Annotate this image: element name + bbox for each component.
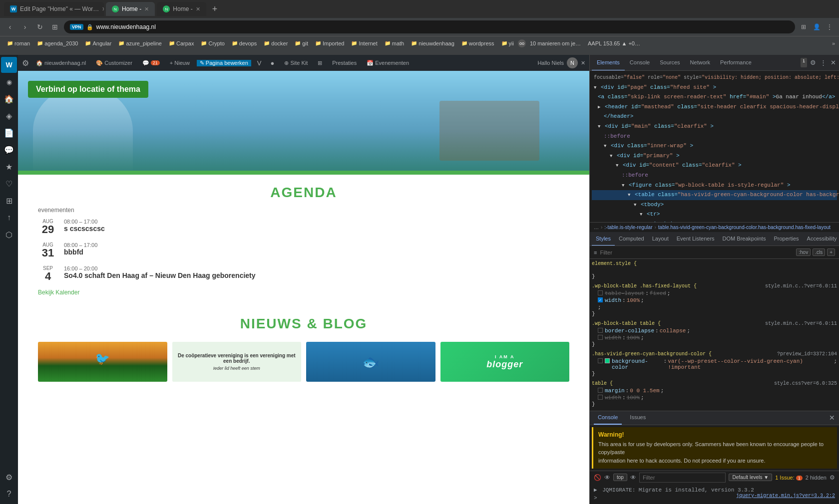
settings-button[interactable]: ⋮ [824, 21, 835, 32]
bm-math[interactable]: 📁math [382, 39, 407, 47]
bm-yii[interactable]: 📁yii [498, 39, 517, 47]
bookmarks-more[interactable]: » [832, 40, 835, 46]
triangle-page[interactable] [594, 84, 596, 90]
checkbox-table-layout[interactable] [598, 290, 603, 295]
wp-admin-comments[interactable]: 💬 21 [139, 60, 163, 66]
devtools-tab-console[interactable]: Console [625, 55, 655, 71]
wp-sidebar-woo[interactable]: ⬡ [1, 227, 17, 243]
styles-tab-events[interactable]: Event Listeners [673, 232, 719, 246]
wp-sidebar-help[interactable]: ? [1, 486, 17, 502]
devtools-more-btn[interactable]: ⋮ [819, 58, 828, 67]
wp-sidebar-appearance[interactable]: ★ [1, 159, 17, 175]
bm-ndh[interactable]: 📁nieuwdenhaag [408, 39, 457, 47]
forward-button[interactable]: › [19, 21, 31, 33]
devtools-tab-elements[interactable]: Elements [592, 55, 625, 71]
wp-admin-sitekit[interactable]: ⊕ Site Kit [281, 60, 311, 66]
checkbox-width3[interactable] [598, 395, 603, 400]
console-tab-issues[interactable]: Issues [626, 411, 650, 425]
console-gear-icon[interactable]: ⚙ [830, 474, 835, 481]
tab-1[interactable]: W Edit Page "Home" « — Wor… ✕ [4, 2, 104, 16]
back-button[interactable]: ‹ [4, 21, 16, 33]
wp-admin-site-link[interactable]: 🏠 nieuwdenhaag.nl [33, 60, 89, 66]
css-source-table[interactable]: style.min.c..?ver=6.0:11 [765, 321, 837, 326]
event-name-3[interactable]: So4.0 schaft Den Haag af – Nieuw Den Haa… [64, 271, 569, 279]
wp-admin-prestaties[interactable]: Prestaties [329, 60, 360, 66]
bm-carpax[interactable]: 📁Carpax [166, 39, 197, 47]
checkbox-border[interactable] [598, 328, 603, 333]
bm-internet[interactable]: 📁Internet [348, 39, 380, 47]
expand-arrow[interactable]: ▶ [594, 487, 597, 493]
checkbox-width2[interactable] [598, 335, 603, 340]
wp-sidebar-settings[interactable]: ⚙ [1, 469, 17, 485]
profile-button[interactable]: 👤 [811, 21, 822, 32]
styles-tab-layout[interactable]: Layout [648, 232, 673, 246]
extensions-button[interactable]: ⊞ [798, 21, 809, 32]
triangle-main[interactable] [598, 123, 600, 129]
triangle-innerwrap[interactable] [604, 143, 606, 149]
styles-tab-styles[interactable]: Styles [592, 232, 615, 246]
breadcrumb-table-style[interactable]: :-table.is-style-regular [604, 225, 652, 230]
bekijk-kalender-link[interactable]: Bekijk Kalender [38, 289, 569, 296]
css-source-vivid[interactable]: ?preview_id=3372:104 [777, 351, 837, 357]
news-card-1[interactable] [38, 342, 167, 382]
news-card-2[interactable]: De coöperatieve vereniging is een vereni… [172, 342, 302, 382]
breadcrumb-table-full[interactable]: table.has-vivid-green-cyan-background-co… [658, 225, 831, 230]
bm-aapl[interactable]: AAPL 153.65 ▲ +0… [585, 39, 643, 47]
bm-roman[interactable]: 📁roman [4, 39, 33, 47]
bm-crypto[interactable]: 📁Crypto [198, 39, 227, 47]
console-eye2-icon[interactable]: 👁 [630, 474, 636, 481]
bm-git[interactable]: 📁git [292, 39, 311, 47]
triangle-figure[interactable] [622, 182, 624, 188]
checkbox-bg[interactable] [598, 358, 603, 363]
bm-imported[interactable]: 📁Imported [312, 39, 347, 47]
address-bar[interactable]: VPN 🔒 www.nieuwdenhaag.nl [64, 20, 795, 33]
console-tab-console[interactable]: Console [594, 411, 622, 425]
console-top-button[interactable]: top [613, 474, 627, 481]
wp-sidebar-plugins[interactable]: ⊞ [1, 193, 17, 209]
news-card-3[interactable]: 🐟 [306, 342, 435, 382]
news-card-4[interactable]: I AM A blogger [440, 342, 570, 382]
wp-sidebar-posts[interactable]: ◉ [1, 74, 17, 90]
devtools-tab-performance[interactable]: Performance [715, 55, 757, 71]
html-line-table[interactable]: <table class="has-vivid-green-cyan-backg… [592, 190, 837, 200]
wp-admin-edit-page[interactable]: ✎ Pagina bewerken [197, 60, 251, 66]
cls-button[interactable]: .cls [813, 249, 825, 256]
devtools-tab-sources[interactable]: Sources [655, 55, 685, 71]
wp-sidebar-wordpress[interactable]: W [1, 57, 17, 73]
devtools-tab-network[interactable]: Network [685, 55, 715, 71]
tab-2[interactable]: N Home - ✕ [106, 2, 155, 16]
bm-agenda[interactable]: 📁agenda_2030 [34, 39, 81, 47]
checkbox-margin[interactable] [598, 388, 603, 393]
wp-admin-v[interactable]: V [255, 59, 264, 67]
bm-azure[interactable]: 📁azure_pipeline [115, 39, 165, 47]
triangle-table[interactable] [628, 192, 630, 198]
wp-admin-new[interactable]: + Nieuw [167, 60, 193, 66]
triangle-primary[interactable] [610, 153, 612, 159]
wp-sidebar-pages[interactable]: 📄 [1, 125, 17, 141]
log-source-link[interactable]: jquery-migrate.min.js?ver=3.3.2:2 [736, 493, 835, 499]
event-name-1[interactable]: s cscscscsc [64, 225, 569, 233]
wp-sidebar-upload[interactable]: ↑ [1, 210, 17, 226]
event-name-2[interactable]: bbbfd [64, 248, 569, 256]
triangle-header[interactable] [598, 104, 600, 110]
triangle-tbody[interactable] [634, 202, 636, 208]
default-levels-button[interactable]: Default levels ▼ [729, 474, 772, 481]
home-button[interactable]: ⊞ [49, 21, 61, 33]
hov-button[interactable]: :hov [796, 249, 811, 256]
triangle-tr[interactable] [640, 211, 642, 217]
bm-10manieren[interactable]: 10 manieren om je… [527, 39, 584, 47]
css-source-fixed[interactable]: style.min.c..?ver=6.0:11 [765, 283, 837, 289]
wp-sidebar-media[interactable]: ◈ [1, 108, 17, 124]
plus-css-button[interactable]: + [827, 249, 835, 256]
devtools-settings-btn[interactable]: ⚙ [809, 58, 817, 67]
wp-sidebar-favorites[interactable]: ♡ [1, 176, 17, 192]
styles-tab-properties[interactable]: Properties [770, 232, 803, 246]
console-clear-icon[interactable]: 🚫 [594, 474, 601, 481]
wp-admin-circle[interactable]: ● [268, 59, 278, 67]
bm-angular[interactable]: 📁Angular [82, 39, 114, 47]
tab-2-close[interactable]: ✕ [144, 6, 149, 12]
new-tab-button[interactable]: + [208, 4, 222, 14]
bm-docker[interactable]: 📁docker [261, 39, 291, 47]
avatar[interactable]: N [567, 57, 578, 68]
styles-tab-dom[interactable]: DOM Breakpoints [719, 232, 770, 246]
